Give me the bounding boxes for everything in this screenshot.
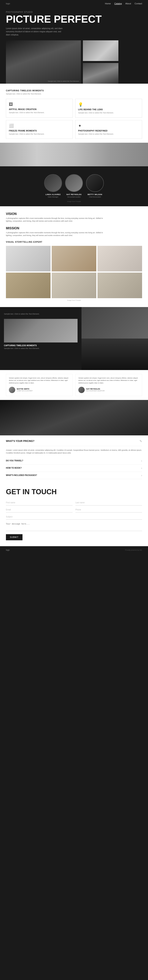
team-role-1: Accountant-auditor xyxy=(65,196,83,198)
split-landscape-image xyxy=(4,319,77,342)
first-name-field[interactable] xyxy=(6,500,72,506)
service-title-3: PHOTOGRAPHY REDEFINED xyxy=(78,130,139,132)
team-role-2: Chief Accountant xyxy=(86,196,104,198)
dark-photo-strip xyxy=(0,400,148,435)
chevron-icon-1: › xyxy=(141,466,142,469)
contact-title: GET IN TOUCH xyxy=(6,488,142,496)
team-member-2: BETTY WILSON Chief Accountant xyxy=(86,174,104,198)
service-desc-2: Sample text. Click to select the Text El… xyxy=(9,133,70,135)
testimonial-name-1: NAT REYNOLDS xyxy=(86,388,105,390)
gallery-cell-0 xyxy=(6,246,50,271)
testimonial-text-1: Veniam quidem dol simper, frugal lorem v… xyxy=(78,377,139,384)
email-field[interactable] xyxy=(6,507,72,512)
contact-email-row xyxy=(6,507,142,512)
hero-sample-text: Sample text. Click to select the Text El… xyxy=(48,80,79,82)
hero-main-image: Sample text. Click to select the Text El… xyxy=(6,40,81,84)
capturing-title: CAPTURING TIMELESS MOMENTS xyxy=(6,89,142,92)
testimonial-1: Veniam quidem dol simper, frugal lorem v… xyxy=(76,374,142,396)
testimonial-text-0: Veniam quidem dol simper, frugal lorem v… xyxy=(9,377,70,384)
avatar-0 xyxy=(44,174,62,192)
contact-section: GET IN TOUCH SUBMIT xyxy=(0,483,148,546)
service-card-3[interactable]: ✦ PHOTOGRAPHY REDEFINED Sample text. Cli… xyxy=(75,120,142,139)
hero-right-images xyxy=(83,40,118,84)
hero-subtitle: PHOTOGRAPHY STUDIO xyxy=(6,11,142,13)
split-sample: Sample text. Click to select the Text El… xyxy=(4,313,77,315)
service-card-0[interactable]: 🖼 ARTFUL IMAGE CREATION Sample text. Cli… xyxy=(6,99,73,118)
faq-pricing-title: WHAT'S YOUR PRICING? xyxy=(6,440,34,442)
split-img-bottom xyxy=(82,339,148,370)
nav-logo: logo xyxy=(6,2,10,5)
subject-field[interactable] xyxy=(6,514,142,520)
nav-catalog[interactable]: Catalog xyxy=(114,2,122,5)
service-desc-1: Sample text. Click to select the Text El… xyxy=(78,111,139,115)
nav-about[interactable]: About xyxy=(125,2,131,5)
team-image-credit: Image from Freepik xyxy=(6,200,142,202)
gallery-cell-3 xyxy=(6,273,50,298)
gallery-cell-5 xyxy=(98,273,142,298)
visual-expert-title: VISUAL STORYTELLING EXPERT xyxy=(6,241,142,243)
testimonial-avatar-1 xyxy=(78,387,85,393)
nav-links: Home Catalog About Contact xyxy=(105,2,142,5)
faq-section: WHAT'S YOUR PRICING? ✎ Answer: Lorem ips… xyxy=(0,435,148,483)
faq-item-1[interactable]: HOW TO BOOK? › xyxy=(6,465,142,472)
testimonials-section: Veniam quidem dol simper, frugal lorem v… xyxy=(0,370,148,400)
edit-icon[interactable]: ✎ xyxy=(140,439,142,443)
team-member-0: LINDA ALVAREZ Sales Manager xyxy=(44,174,62,198)
last-name-field[interactable] xyxy=(76,500,142,506)
service-title-1: LIFE BEHIND THE LENS xyxy=(78,108,139,111)
faq-pricing-answer: Answer: Lorem ipsum dolor sit amet, cons… xyxy=(6,449,142,455)
team-role-0: Sales Manager xyxy=(44,196,62,198)
faq-question-2: WHAT'S INCLUDED PACKAGES? xyxy=(6,474,37,476)
service-desc-3: Sample text. Click to select the Text El… xyxy=(78,133,139,135)
avatar-2 xyxy=(86,174,104,192)
navigation: logo Home Catalog About Contact xyxy=(0,0,148,7)
testimonial-author-0: MATTIE SMITH CHIEF ACCOUNTANT xyxy=(9,387,70,393)
hero-img-bottom xyxy=(83,63,118,84)
hero-img-top xyxy=(83,40,118,61)
service-card-1[interactable]: 💡 LIFE BEHIND THE LENS Sample text. Clic… xyxy=(75,99,142,118)
team-name-2: BETTY WILSON xyxy=(86,194,104,196)
service-icon-2: ⬜ xyxy=(9,123,70,128)
faq-item-2[interactable]: WHAT'S INCLUDED PACKAGES? › xyxy=(6,472,142,479)
gallery-image-credit: Image from Freepik xyxy=(6,299,142,301)
split-capturing-title: CAPTURING TIMELESS MOMENTS xyxy=(4,344,77,347)
hero-description: Lorem ipsum dolor sit amet, consectetur … xyxy=(6,27,65,37)
split-left: Sample text. Click to select the Text El… xyxy=(0,307,82,370)
nav-contact[interactable]: Contact xyxy=(135,2,142,5)
chevron-icon-2: › xyxy=(141,474,142,477)
team-name-1: NAT REYNOLDS xyxy=(65,194,83,196)
mission-text: A photographer captures life's most memo… xyxy=(6,231,105,237)
footer-logo: logo xyxy=(6,549,10,551)
chevron-icon-0: › xyxy=(141,459,142,462)
team-name-0: LINDA ALVAREZ xyxy=(44,194,62,196)
split-img-top xyxy=(82,307,148,339)
gallery-grid-bottom xyxy=(6,273,142,298)
service-title-2: FREEZE FRAME MOMENTS xyxy=(9,130,70,132)
services-grid: 🖼 ARTFUL IMAGE CREATION Sample text. Cli… xyxy=(6,99,142,139)
message-field[interactable] xyxy=(6,521,142,531)
faq-pricing-row: WHAT'S YOUR PRICING? ✎ xyxy=(6,439,142,446)
vision-section: VISION A photographer captures life's mo… xyxy=(0,206,148,307)
team-member-1: NAT REYNOLDS Accountant-auditor xyxy=(65,174,83,198)
vision-text: A photographer captures life's most memo… xyxy=(6,217,105,223)
service-card-2[interactable]: ⬜ FREEZE FRAME MOMENTS Sample text. Clic… xyxy=(6,120,73,139)
service-icon-1: 💡 xyxy=(78,102,139,107)
nav-home[interactable]: Home xyxy=(105,2,111,5)
service-icon-0: 🖼 xyxy=(9,102,70,107)
capturing-section: CAPTURING TIMELESS MOMENTS Sample text. … xyxy=(0,84,148,143)
gallery-cell-1 xyxy=(52,246,96,271)
phone-field[interactable] xyxy=(76,507,142,512)
testimonials-grid: Veniam quidem dol simper, frugal lorem v… xyxy=(6,374,142,396)
footer: logo Proudly powered by Wix xyxy=(0,546,148,554)
submit-button[interactable]: SUBMIT xyxy=(6,534,23,540)
testimonial-author-1: NAT REYNOLDS ACCOUNTANT-AUDITOR xyxy=(78,387,139,393)
hero-images: Sample text. Click to select the Text El… xyxy=(6,40,142,84)
testimonial-avatar-0 xyxy=(9,387,15,393)
faq-item-0[interactable]: DO YOU TRAVEL? › xyxy=(6,457,142,465)
service-title-0: ARTFUL IMAGE CREATION xyxy=(9,108,70,110)
hero-section: PHOTOGRAPHY STUDIO PICTURE PERFECT Lorem… xyxy=(0,7,148,84)
split-right xyxy=(82,307,148,370)
vision-block: VISION A photographer captures life's mo… xyxy=(6,212,142,223)
gallery-cell-4 xyxy=(52,273,96,298)
team-section: LINDA ALVAREZ Sales Manager NAT REYNOLDS… xyxy=(0,166,148,206)
